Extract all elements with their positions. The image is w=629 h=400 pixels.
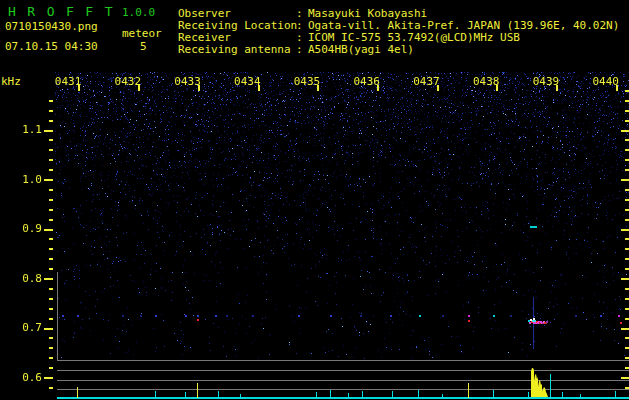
signal-level-trace <box>0 0 629 400</box>
hrofft-window: HROFFT 1.0.0 0710150430.png meteor 07.10… <box>0 0 629 400</box>
meteor-burst-peak <box>531 368 548 397</box>
